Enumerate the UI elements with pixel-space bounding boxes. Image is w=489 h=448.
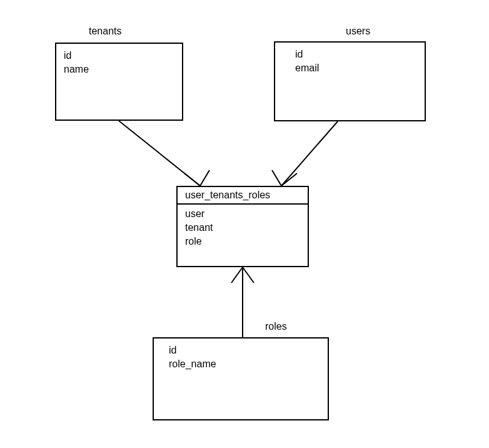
entity-field: name bbox=[56, 63, 182, 76]
entity-header: user_tenants_roles bbox=[178, 187, 308, 205]
entity-field: id bbox=[56, 49, 182, 63]
entity-field: tenant bbox=[178, 221, 308, 235]
svg-line-3 bbox=[281, 121, 338, 186]
entity-field: id bbox=[154, 344, 328, 357]
svg-line-1 bbox=[184, 173, 200, 186]
svg-line-8 bbox=[243, 267, 254, 283]
svg-line-0 bbox=[119, 121, 200, 186]
entity-field: user bbox=[178, 207, 308, 221]
entity-box-users: id email bbox=[274, 41, 426, 121]
entity-box-roles: id role_name bbox=[153, 337, 329, 420]
svg-line-7 bbox=[231, 267, 243, 283]
entity-label-tenants: tenants bbox=[89, 26, 121, 37]
entity-box-tenants: id name bbox=[55, 43, 183, 121]
entity-label-roles: roles bbox=[265, 321, 287, 332]
entity-box-user-tenants-roles: user_tenants_roles user tenant role bbox=[176, 186, 309, 267]
entity-field: role_name bbox=[154, 357, 328, 371]
entity-field: id bbox=[275, 48, 425, 61]
entity-label-users: users bbox=[346, 26, 370, 37]
svg-line-5 bbox=[281, 173, 297, 186]
entity-field: email bbox=[275, 61, 425, 75]
svg-line-2 bbox=[200, 170, 209, 186]
entity-field: role bbox=[178, 235, 308, 248]
svg-line-4 bbox=[272, 170, 281, 186]
